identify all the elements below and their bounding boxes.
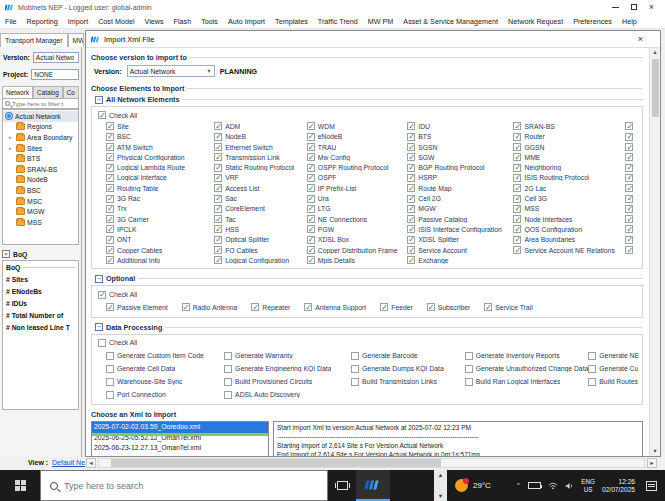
element-checkbox[interactable]: ADM [214,121,307,131]
menu-item[interactable]: Asset & Service Management [398,17,503,26]
processing-checkbox[interactable]: Build Ran Logical Interfaces [465,375,589,388]
element-checkbox[interactable]: LTG [307,204,407,214]
tree-item[interactable]: ▸ MSS [3,217,78,228]
collapse-icon[interactable]: − [95,323,103,331]
check-all-network[interactable]: Check All [98,110,639,120]
tree-item[interactable]: ▸ Area Boundary [3,132,78,143]
element-checkbox[interactable]: Logical Interface [106,173,214,183]
element-checkbox[interactable]: Node Interfaces [513,214,625,224]
language-indicator[interactable]: ENG US [581,478,595,493]
notification-center-icon[interactable] [646,481,657,491]
check-all-optional[interactable]: Check All [98,289,639,299]
element-checkbox[interactable] [625,132,639,142]
element-checkbox[interactable] [625,183,639,193]
element-checkbox[interactable]: BGP Routing Protocol [407,162,513,172]
processing-checkbox[interactable]: Generate Engineering KQI Data [224,362,351,375]
collapse-icon[interactable]: − [95,96,103,104]
scrollbar-thumb[interactable] [111,459,441,467]
element-checkbox[interactable]: XDSL Splitter [407,235,513,245]
processing-checkbox[interactable]: Generate Inventory Reports [465,349,589,362]
dialog-close-icon[interactable]: × [638,34,643,44]
element-checkbox[interactable]: OSPF [307,173,407,183]
element-checkbox[interactable] [625,162,639,172]
processing-checkbox[interactable]: Build Provisioned Circuits [224,375,351,388]
version-combobox[interactable]: Actual Netwo [33,52,79,63]
element-checkbox[interactable]: OSPF Routing Protocol [307,162,407,172]
element-checkbox[interactable]: eNodeB [307,132,407,142]
optional-checkbox[interactable]: Passive Element [106,302,168,313]
element-checkbox[interactable]: HSRP [407,173,513,183]
processing-checkbox[interactable]: ADSL Auto Discovery [224,388,351,401]
optional-checkbox[interactable]: Service Trail [484,302,532,313]
element-checkbox[interactable]: Trx [106,204,214,214]
scroll-up-icon[interactable]: ▲ [652,48,657,57]
tab-mw[interactable]: MW [68,33,84,47]
menu-item[interactable]: Cost Model [93,17,139,26]
element-checkbox[interactable] [625,204,639,214]
boq-item[interactable]: # Non leased Line T [6,322,75,334]
element-checkbox[interactable] [625,235,639,245]
scroll-right-icon[interactable]: ► [647,458,657,468]
tree-item[interactable]: ▸ BSC [3,185,78,196]
element-checkbox[interactable]: VRF [214,173,307,183]
menu-item[interactable]: File [0,17,22,26]
collapse-icon[interactable]: − [95,275,103,283]
element-checkbox[interactable]: Logical Lambda Route [106,162,214,172]
element-checkbox[interactable]: Cell 2G [407,193,513,203]
tree-filter[interactable] [2,98,79,109]
menu-item[interactable]: Reporting [22,17,63,26]
element-checkbox[interactable]: 3G Carrier [106,214,214,224]
element-checkbox[interactable]: Service Account NE Relations [513,245,625,255]
mini-scrollbar[interactable]: ▲ ▼ [434,470,447,501]
boq-item[interactable]: # ENodeBs [6,286,75,298]
hidden-icons-chevron-icon[interactable]: ⌃ [515,482,521,490]
element-checkbox[interactable]: BTS [407,132,513,142]
element-checkbox[interactable] [625,245,639,255]
check-all-data-processing[interactable]: Check All [98,338,639,348]
element-checkbox[interactable]: IPCLK [106,224,214,234]
dialog-vertical-scrollbar[interactable]: ▲ ▼ [649,48,660,456]
scroll-down-icon[interactable]: ▼ [438,493,443,499]
element-checkbox[interactable]: Static Routing Protocol [214,162,307,172]
processing-checkbox[interactable]: Generate Cu [588,362,639,375]
processing-checkbox[interactable]: Generate Custom Item Code [106,349,224,362]
element-checkbox[interactable]: IDU [407,121,513,131]
tree-filter-input[interactable] [12,100,76,107]
scroll-down-icon[interactable]: ▼ [652,447,657,456]
element-checkbox[interactable]: Additional Info [106,255,214,265]
element-checkbox[interactable]: Routing Table [106,183,214,193]
optional-checkbox[interactable]: Radio Antenna [182,302,238,313]
element-checkbox[interactable]: BSC [106,132,214,142]
close-icon[interactable]: × [649,3,654,12]
processing-checkbox[interactable]: Build Routes [588,375,639,388]
element-checkbox[interactable]: ISIS Routing Protocol [513,173,625,183]
menu-item[interactable]: Auto Import [223,17,270,26]
speaker-icon[interactable] [565,482,574,490]
element-checkbox[interactable]: NodeB [214,132,307,142]
xml-file-item[interactable]: 2025-06-23-12.27.13_OmanTel.xml [92,443,268,454]
processing-checkbox[interactable]: Generate Dumps KQI Data [351,362,465,375]
element-checkbox[interactable]: SRAN-BS [513,121,625,131]
tab-transport-manager[interactable]: Transport Manager [0,33,68,47]
taskbar-search-input[interactable] [64,481,318,491]
element-checkbox[interactable]: CoreElement [214,204,307,214]
processing-checkbox[interactable]: Generate Cell Data [106,362,224,375]
tree-item[interactable]: ▸ NodeB [3,175,78,186]
optional-checkbox[interactable]: Antenna Support [304,302,366,313]
element-checkbox[interactable]: SGW [407,152,513,162]
dialog-version-combobox[interactable]: Actual Network ▼ [127,65,215,77]
task-view-button[interactable] [328,481,356,490]
element-checkbox[interactable]: MME [513,152,625,162]
element-checkbox[interactable]: Ethernet Switch [214,142,307,152]
wifi-icon[interactable] [548,482,558,490]
menu-item[interactable]: Flash [169,17,197,26]
element-checkbox[interactable] [625,152,639,162]
tree-root[interactable]: Actual Network [3,111,78,122]
element-checkbox[interactable]: Area Boundaries [513,235,625,245]
element-checkbox[interactable]: Mpls Details [307,255,407,265]
start-button[interactable] [0,470,40,501]
optional-checkbox[interactable]: Repeater [251,302,290,313]
element-checkbox[interactable]: Exchange [407,255,513,265]
scroll-up-icon[interactable]: ▲ [438,472,443,478]
processing-checkbox[interactable]: Build Transmission Links [351,375,465,388]
